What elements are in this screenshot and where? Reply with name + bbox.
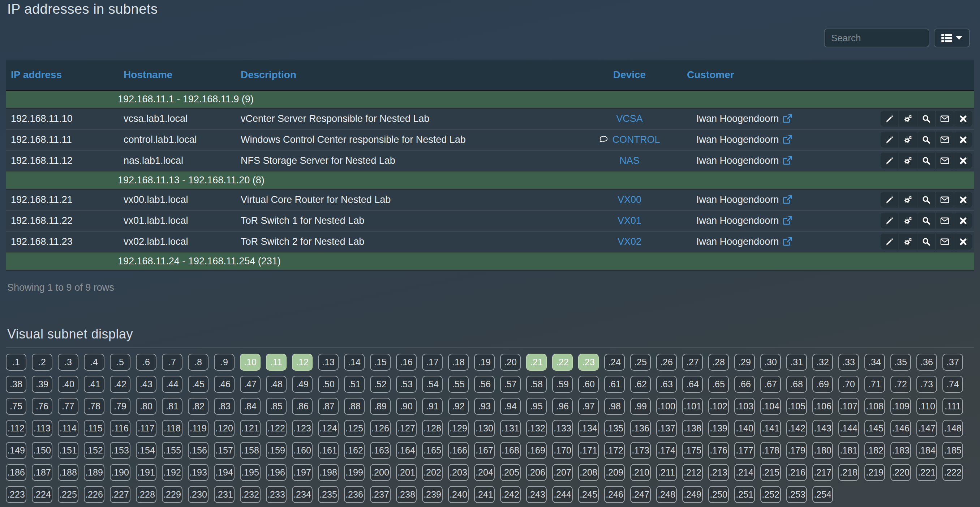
edit-button[interactable] — [881, 213, 898, 228]
subnet-cell[interactable]: .37 — [942, 354, 963, 371]
subnet-cell[interactable]: .27 — [682, 354, 703, 371]
subnet-cell[interactable]: .19 — [474, 354, 495, 371]
delete-button[interactable] — [955, 192, 972, 207]
subnet-cell[interactable]: .187 — [32, 464, 52, 481]
subnet-cell[interactable]: .108 — [864, 398, 885, 415]
subnet-cell[interactable]: .238 — [396, 486, 417, 503]
subnet-cell[interactable]: .113 — [32, 420, 52, 437]
subnet-cell[interactable]: .40 — [58, 376, 78, 393]
subnet-cell[interactable]: .163 — [370, 442, 391, 459]
subnet-cell[interactable]: .217 — [812, 464, 833, 481]
subnet-cell[interactable]: .61 — [604, 376, 625, 393]
subnet-cell[interactable]: .177 — [734, 442, 755, 459]
subnet-cell[interactable]: .167 — [474, 442, 495, 459]
settings-button[interactable] — [899, 234, 917, 250]
column-header-ip-address[interactable]: IP address — [6, 61, 119, 90]
subnet-cell[interactable]: .200 — [370, 464, 391, 481]
subnet-cell[interactable]: .16 — [396, 354, 417, 371]
subnet-cell[interactable]: .13 — [318, 354, 339, 371]
details-search-button[interactable] — [918, 192, 935, 207]
subnet-cell[interactable]: .156 — [188, 442, 208, 459]
subnet-cell[interactable]: .8 — [188, 354, 208, 371]
subnet-cell[interactable]: .35 — [890, 354, 911, 371]
subnet-cell[interactable]: .141 — [760, 420, 781, 437]
subnet-cell[interactable]: .164 — [396, 442, 417, 459]
subnet-cell[interactable]: .74 — [942, 376, 963, 393]
subnet-cell[interactable]: .28 — [708, 354, 729, 371]
subnet-cell[interactable]: .189 — [84, 464, 105, 481]
subnet-cell[interactable]: .225 — [58, 486, 78, 503]
subnet-cell[interactable]: .241 — [474, 486, 495, 503]
subnet-cell[interactable]: .72 — [890, 376, 911, 393]
delete-button[interactable] — [955, 111, 972, 127]
subnet-cell[interactable]: .38 — [6, 376, 26, 393]
subnet-cell[interactable]: .69 — [812, 376, 833, 393]
subnet-cell[interactable]: .184 — [916, 442, 937, 459]
subnet-cell[interactable]: .216 — [786, 464, 807, 481]
subnet-cell[interactable]: .92 — [448, 398, 469, 415]
subnet-cell[interactable]: .71 — [864, 376, 885, 393]
subnet-cell[interactable]: .147 — [916, 420, 937, 437]
subnet-cell[interactable]: .224 — [32, 486, 52, 503]
subnet-cell[interactable]: .70 — [838, 376, 859, 393]
delete-button[interactable] — [955, 234, 972, 250]
subnet-cell[interactable]: .30 — [760, 354, 781, 371]
subnet-cell[interactable]: .162 — [344, 442, 364, 459]
subnet-cell[interactable]: .250 — [708, 486, 729, 503]
subnet-cell[interactable]: .207 — [552, 464, 573, 481]
search-input[interactable] — [824, 29, 929, 47]
subnet-cell[interactable]: .55 — [448, 376, 469, 393]
subnet-cell[interactable]: .149 — [6, 442, 26, 459]
subnet-cell[interactable]: .26 — [656, 354, 677, 371]
subnet-cell[interactable]: .196 — [266, 464, 286, 481]
subnet-cell[interactable]: .4 — [84, 354, 105, 371]
subnet-cell[interactable]: .101 — [682, 398, 703, 415]
external-link-icon[interactable] — [782, 134, 793, 145]
column-header-device[interactable]: Device — [577, 61, 682, 90]
subnet-cell[interactable]: .245 — [578, 486, 599, 503]
subnet-cell[interactable]: .120 — [214, 420, 234, 437]
subnet-cell[interactable]: .173 — [630, 442, 651, 459]
subnet-cell[interactable]: .100 — [656, 398, 677, 415]
subnet-cell[interactable]: .178 — [760, 442, 781, 459]
subnet-cell[interactable]: .18 — [448, 354, 469, 371]
subnet-cell[interactable]: .185 — [942, 442, 963, 459]
subnet-cell[interactable]: .203 — [448, 464, 469, 481]
subnet-cell[interactable]: .39 — [32, 376, 52, 393]
device-link[interactable]: VX00 — [617, 194, 641, 205]
subnet-cell[interactable]: .227 — [110, 486, 130, 503]
subnet-cell[interactable]: .246 — [604, 486, 625, 503]
edit-button[interactable] — [881, 234, 898, 250]
subnet-cell[interactable]: .119 — [188, 420, 208, 437]
subnet-cell[interactable]: .50 — [318, 376, 339, 393]
subnet-cell[interactable]: .191 — [136, 464, 156, 481]
subnet-cell[interactable]: .11 — [266, 354, 286, 371]
subnet-cell[interactable]: .131 — [500, 420, 521, 437]
subnet-cell[interactable]: .210 — [630, 464, 651, 481]
subnet-cell[interactable]: .76 — [32, 398, 52, 415]
subnet-cell[interactable]: .126 — [370, 420, 391, 437]
subnet-cell[interactable]: .122 — [266, 420, 286, 437]
subnet-cell[interactable]: .31 — [786, 354, 807, 371]
subnet-cell[interactable]: .249 — [682, 486, 703, 503]
subnet-cell[interactable]: .78 — [84, 398, 105, 415]
subnet-cell[interactable]: .159 — [266, 442, 286, 459]
subnet-cell[interactable]: .6 — [136, 354, 156, 371]
subnet-cell[interactable]: .195 — [240, 464, 261, 481]
subnet-cell[interactable]: .158 — [240, 442, 261, 459]
subnet-cell[interactable]: .33 — [838, 354, 859, 371]
subnet-cell[interactable]: .201 — [396, 464, 417, 481]
device-link[interactable]: VX01 — [617, 215, 641, 226]
subnet-cell[interactable]: .87 — [318, 398, 339, 415]
subnet-cell[interactable]: .231 — [214, 486, 234, 503]
subnet-cell[interactable]: .171 — [578, 442, 599, 459]
subnet-cell[interactable]: .44 — [162, 376, 183, 393]
external-link-icon[interactable] — [782, 236, 793, 247]
subnet-cell[interactable]: .186 — [6, 464, 26, 481]
delete-button[interactable] — [955, 132, 972, 148]
subnet-cell[interactable]: .60 — [578, 376, 599, 393]
subnet-cell[interactable]: .59 — [552, 376, 573, 393]
subnet-cell[interactable]: .211 — [656, 464, 677, 481]
column-header-hostname[interactable]: Hostname — [119, 61, 235, 90]
subnet-cell[interactable]: .9 — [214, 354, 234, 371]
